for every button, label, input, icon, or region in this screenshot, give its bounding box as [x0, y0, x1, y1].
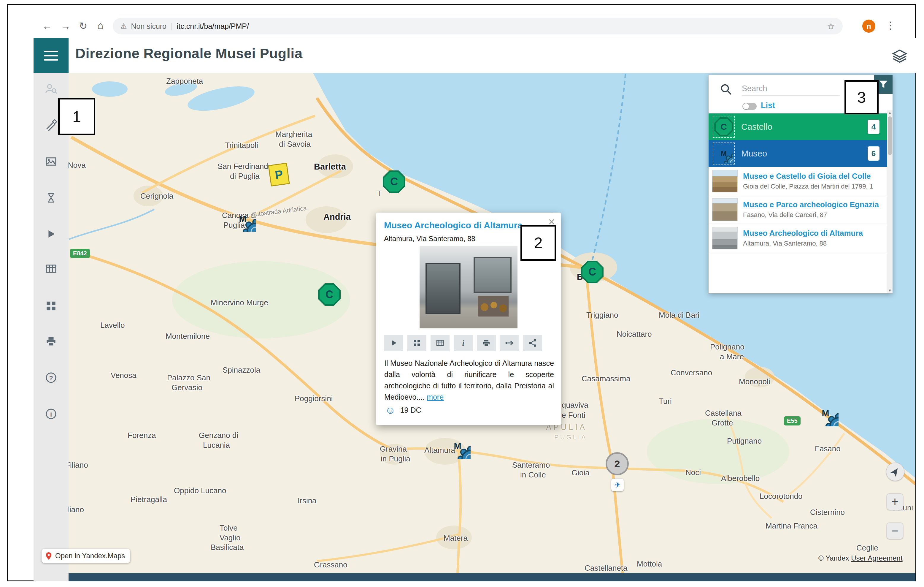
airport-chip[interactable]: ✈	[611, 479, 624, 491]
map-label: Margherita	[276, 130, 312, 139]
description-text: Il Museo Nazionale Archeologico di Altam…	[384, 359, 554, 401]
not-secure-warning-icon: ⚠	[120, 22, 127, 30]
list-item-title[interactable]: Museo Archeologico di Altamura	[743, 229, 863, 238]
legend-count-badge: 6	[868, 146, 879, 160]
browser-forward-icon[interactable]: →	[61, 21, 71, 31]
grid-icon	[412, 337, 422, 348]
zoom-in-button[interactable]: +	[887, 493, 903, 510]
map-label: Tolve	[219, 523, 238, 532]
marker-letter: M	[230, 206, 256, 232]
marker-letter: M	[444, 433, 470, 459]
map-label: Castellana	[705, 408, 741, 418]
marker-museo[interactable]: M	[444, 433, 470, 459]
marker-castello[interactable]: C	[318, 283, 341, 306]
search-input[interactable]	[742, 82, 840, 96]
scroll-down-icon[interactable]: ▼	[887, 288, 893, 293]
panel-scrollbar[interactable]: ▲ ▼	[887, 110, 893, 293]
marker-letter: M	[812, 400, 838, 427]
info-button[interactable]: i	[454, 335, 473, 351]
share-button[interactable]	[523, 335, 542, 351]
layers-button[interactable]	[887, 42, 913, 68]
map-attribution: © Yandex User Agreement	[818, 554, 903, 562]
security-label: Non sicuro	[131, 22, 167, 31]
map-label: Fasano	[815, 444, 841, 453]
map-label: Genzano di	[199, 431, 238, 440]
browser-menu-icon[interactable]: ⋮	[885, 20, 896, 30]
list-item-title[interactable]: Museo e Parco archeologico Egnazia	[743, 200, 879, 209]
sidebar-button-history[interactable]	[44, 191, 58, 205]
map-label: Santeramo	[512, 461, 550, 470]
help-icon: ?	[45, 371, 58, 384]
list-item-title[interactable]: Museo e Castello di Gioia del Colle	[743, 172, 873, 181]
user-agreement-link[interactable]: User Agreement	[851, 554, 903, 562]
sidebar-button-tools[interactable]	[44, 118, 58, 132]
map-label: Pietragalla	[130, 495, 167, 504]
print-button[interactable]	[477, 335, 496, 351]
map-label: Cisternino	[810, 508, 845, 517]
scrollbar-thumb[interactable]	[888, 116, 892, 155]
sidebar-button-table[interactable]	[44, 261, 58, 276]
list-item-thumbnail	[712, 198, 738, 221]
left-toolbar	[33, 73, 69, 581]
sidebar-button-print[interactable]	[44, 334, 58, 349]
map-label: Putignano	[727, 437, 762, 446]
popup-description: Il Museo Nazionale Archeologico di Altam…	[384, 357, 554, 403]
marker-museo[interactable]: M	[812, 400, 838, 427]
sidebar-button-play[interactable]	[44, 227, 58, 241]
map-label: quaviva	[562, 400, 588, 410]
marker-museo[interactable]: M	[230, 206, 256, 232]
bookmark-star-icon[interactable]: ☆	[827, 21, 835, 31]
list-item[interactable]: Museo e Parco archeologico Egnazia Fasan…	[709, 195, 893, 224]
map-label: Barletta	[314, 162, 346, 172]
marker-parking[interactable]: P	[269, 164, 289, 185]
smiley-icon: ☺	[385, 404, 396, 416]
more-link[interactable]: more	[427, 393, 444, 401]
map-label: Turi	[659, 397, 672, 406]
info-icon: i	[45, 407, 58, 420]
list-toggle[interactable]	[742, 103, 757, 110]
browser-reload-icon[interactable]: ↻	[79, 21, 87, 31]
table-button[interactable]	[431, 335, 450, 351]
zoom-out-button[interactable]: −	[887, 523, 903, 539]
sidebar-button-person-search[interactable]	[44, 82, 58, 96]
annotation-2: 2	[520, 225, 556, 261]
geolocate-button[interactable]	[886, 463, 904, 481]
marker-cluster[interactable]: 2	[606, 452, 629, 475]
hamburger-menu-button[interactable]	[33, 38, 69, 73]
map-label: e Fonti	[562, 411, 586, 420]
sidebar-button-help[interactable]: ?	[44, 370, 58, 385]
list-item[interactable]: Museo Archeologico di Altamura Altamura,…	[709, 224, 893, 252]
sidebar-button-grid[interactable]	[44, 298, 58, 313]
map-label: di Savoia	[279, 139, 311, 149]
legend-row-castello[interactable]: C Castello 4	[709, 113, 893, 140]
map-label: Trinitapoli	[225, 141, 258, 150]
map-label: in Puglia	[381, 454, 410, 463]
marker-castello[interactable]: C	[581, 261, 604, 283]
legend-icon-castello: C	[713, 116, 735, 138]
table-icon	[435, 337, 446, 348]
popup-footer-count: 19 DC	[400, 406, 421, 415]
annotation-1: 1	[58, 98, 95, 135]
sidebar-button-images[interactable]	[44, 154, 58, 169]
legend-letter: C	[721, 122, 727, 132]
browser-back-icon[interactable]: ←	[42, 21, 52, 31]
map-label: Locorotondo	[760, 492, 803, 501]
play-button[interactable]	[384, 335, 403, 351]
sidebar-button-info[interactable]: i	[44, 407, 58, 421]
map-label: Casamassima	[582, 374, 630, 383]
scroll-up-icon[interactable]: ▲	[887, 111, 893, 115]
svg-text:i: i	[50, 411, 52, 418]
grid-button[interactable]	[408, 335, 426, 351]
browser-home-icon[interactable]: ⌂	[97, 20, 104, 30]
legend-row-museo[interactable]: M Museo 6	[709, 140, 893, 167]
address-bar[interactable]: ⚠ Non sicuro | itc.cnr.it/ba/map/PMP/ ☆	[113, 18, 843, 35]
svg-text:i: i	[462, 339, 464, 347]
open-in-yandex-button[interactable]: Open in Yandex.Maps	[41, 549, 130, 563]
browser-avatar[interactable]: n	[862, 20, 875, 33]
route-button[interactable]	[500, 335, 519, 351]
geolocate-icon	[889, 466, 901, 478]
map-label: Mottola	[637, 559, 662, 569]
list-item[interactable]: Museo e Castello di Gioia del Colle Gioi…	[709, 167, 893, 195]
map-label: Minervino Murge	[211, 298, 268, 307]
marker-castello[interactable]: C	[383, 170, 405, 193]
